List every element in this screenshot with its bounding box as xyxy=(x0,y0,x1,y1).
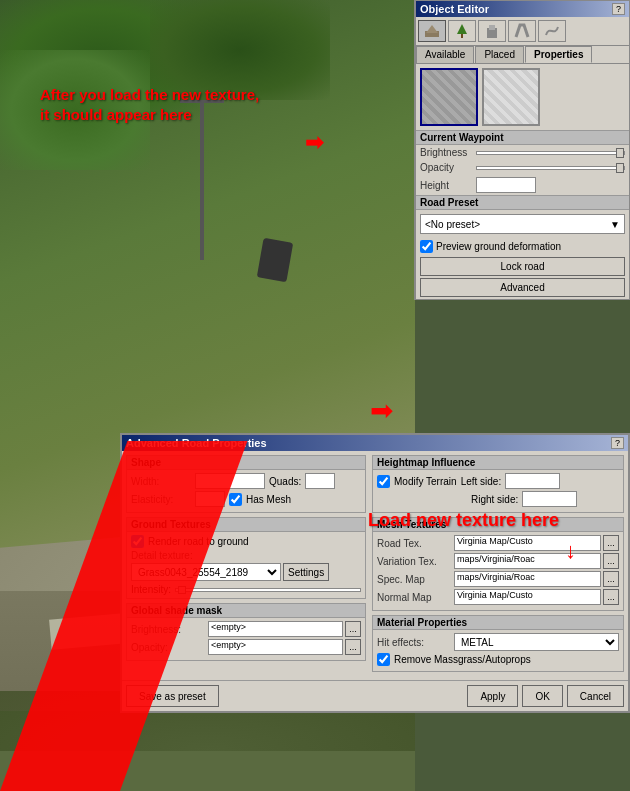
arrow-to-texture: ➡ xyxy=(305,130,405,150)
brightness-label: Brightness xyxy=(420,147,472,158)
brightness-row: Brightness xyxy=(416,145,629,160)
arrow-to-browse: ↓ xyxy=(565,538,576,564)
height-row: Height -0.2000 xyxy=(416,175,629,195)
road-tex-browse-button[interactable]: ... xyxy=(603,535,619,551)
svg-rect-5 xyxy=(489,25,495,30)
normal-map-browse-button[interactable]: ... xyxy=(603,589,619,605)
advanced-panel-help-button[interactable]: ? xyxy=(611,437,624,449)
object-editor-help-button[interactable]: ? xyxy=(612,3,625,15)
material-properties-section: Material Properties Hit effects: METAL R… xyxy=(372,615,624,672)
advanced-button[interactable]: Advanced xyxy=(420,278,625,297)
material-properties-title: Material Properties xyxy=(373,616,623,630)
material-properties-body: Hit effects: METAL Remove Massgrass/Auto… xyxy=(373,630,623,671)
intensity-slider[interactable] xyxy=(175,588,361,592)
object-editor-toolbar xyxy=(416,17,629,46)
shade-opacity-browse-button[interactable]: ... xyxy=(345,639,361,655)
variation-tex-row: Variation Tex. maps/Virginia/Roac ... xyxy=(377,553,619,569)
right-side-row: Right side: 1.000000 xyxy=(377,491,619,507)
texture-thumb-2[interactable] xyxy=(482,68,540,126)
shade-brightness-browse-button[interactable]: ... xyxy=(345,621,361,637)
road-icon xyxy=(514,23,530,39)
opacity-slider[interactable] xyxy=(476,166,625,170)
remove-massgrass-label: Remove Massgrass/Autoprops xyxy=(394,654,531,665)
preset-value: <No preset> xyxy=(425,219,480,230)
object-editor-panel: Object Editor ? Available Placed Propert… xyxy=(414,0,630,300)
variation-tex-label: Variation Tex. xyxy=(377,556,452,567)
dropdown-arrow-icon: ▼ xyxy=(610,219,620,230)
building-icon xyxy=(484,23,500,39)
spec-map-input[interactable]: maps/Virginia/Roac xyxy=(454,571,601,587)
texture-image-2 xyxy=(484,70,538,124)
heightmap-title: Heightmap Influence xyxy=(373,456,623,470)
normal-map-input[interactable]: Virginia Map/Custo xyxy=(454,589,601,605)
right-side-input[interactable]: 1.000000 xyxy=(522,491,577,507)
preview-deformation-checkbox[interactable] xyxy=(420,240,433,253)
left-side-input[interactable]: 1.500000 xyxy=(505,473,560,489)
has-mesh-checkbox[interactable] xyxy=(229,493,242,506)
hit-effects-label: Hit effects: xyxy=(377,637,452,648)
shade-brightness-input[interactable]: <empty> xyxy=(208,621,343,637)
svg-marker-3 xyxy=(457,24,467,34)
variation-tex-input[interactable]: maps/Virginia/Roac xyxy=(454,553,601,569)
ok-button[interactable]: OK xyxy=(522,685,562,707)
mesh-textures-body: Road Tex. Virginia Map/Custo ... Variati… xyxy=(373,532,623,610)
tab-available[interactable]: Available xyxy=(416,46,474,63)
heightmap-body: Modify Terrain Left side: 1.500000 Right… xyxy=(373,470,623,512)
preset-select[interactable]: <No preset> ▼ xyxy=(420,214,625,234)
texture-preview-area xyxy=(416,64,629,130)
road-tex-input[interactable]: Virginia Map/Custo xyxy=(454,535,601,551)
properties-tabs: Available Placed Properties xyxy=(416,46,629,64)
apply-button[interactable]: Apply xyxy=(467,685,518,707)
road-tool-button[interactable] xyxy=(508,20,536,42)
has-mesh-label: Has Mesh xyxy=(246,494,291,505)
height-input[interactable]: -0.2000 xyxy=(476,177,536,193)
road-preset-section: <No preset> ▼ xyxy=(416,210,629,238)
detail-texture-settings-button[interactable]: Settings xyxy=(283,563,329,581)
spec-map-row: Spec. Map maps/Virginia/Roac ... xyxy=(377,571,619,587)
opacity-row: Opacity xyxy=(416,160,629,175)
object-editor-titlebar: Object Editor ? xyxy=(416,1,629,17)
current-waypoint-header: Current Waypoint xyxy=(416,130,629,145)
modify-terrain-label: Modify Terrain xyxy=(394,476,457,487)
preview-deformation-row: Preview ground deformation xyxy=(416,238,629,255)
tab-placed[interactable]: Placed xyxy=(475,46,524,63)
spline-icon xyxy=(544,23,560,39)
object-editor-title: Object Editor xyxy=(420,3,489,15)
variation-tex-browse-button[interactable]: ... xyxy=(603,553,619,569)
modify-terrain-row: Modify Terrain Left side: 1.500000 xyxy=(377,473,619,489)
spec-map-browse-button[interactable]: ... xyxy=(603,571,619,587)
arrow-to-advanced: ➡ xyxy=(370,394,393,427)
remove-massgrass-checkbox[interactable] xyxy=(377,653,390,666)
opacity-label: Opacity xyxy=(420,162,472,173)
brightness-slider[interactable] xyxy=(476,151,625,155)
load-texture-annotation: Load new texture here xyxy=(368,510,559,531)
tree-tool-button[interactable] xyxy=(448,20,476,42)
svg-marker-1 xyxy=(426,25,438,33)
road-tex-label: Road Tex. xyxy=(377,538,452,549)
terrain-icon xyxy=(424,23,440,39)
lock-road-button[interactable]: Lock road xyxy=(420,257,625,276)
heightmap-section: Heightmap Influence Modify Terrain Left … xyxy=(372,455,624,513)
spline-tool-button[interactable] xyxy=(538,20,566,42)
quads-label: Quads: xyxy=(269,476,301,487)
quads-input[interactable]: 30 xyxy=(305,473,335,489)
hit-effects-row: Hit effects: METAL xyxy=(377,633,619,651)
shade-opacity-input[interactable]: <empty> xyxy=(208,639,343,655)
tree-icon xyxy=(454,23,470,39)
right-side-label: Right side: xyxy=(471,494,518,505)
advanced-right-column: Heightmap Influence Modify Terrain Left … xyxy=(372,455,624,676)
preview-deformation-label: Preview ground deformation xyxy=(436,241,561,252)
modify-terrain-checkbox[interactable] xyxy=(377,475,390,488)
footer-action-buttons: Apply OK Cancel xyxy=(467,685,624,707)
building-tool-button[interactable] xyxy=(478,20,506,42)
mesh-textures-section: Mesh Textures Road Tex. Virginia Map/Cus… xyxy=(372,517,624,611)
texture-image-1 xyxy=(422,70,476,124)
normal-map-label: Normal Map xyxy=(377,592,452,603)
road-tex-row: Road Tex. Virginia Map/Custo ... xyxy=(377,535,619,551)
road-preset-header: Road Preset xyxy=(416,195,629,210)
tab-properties[interactable]: Properties xyxy=(525,46,592,63)
texture-thumb-1[interactable] xyxy=(420,68,478,126)
cancel-button[interactable]: Cancel xyxy=(567,685,624,707)
terrain-tool-button[interactable] xyxy=(418,20,446,42)
hit-effects-select[interactable]: METAL xyxy=(454,633,619,651)
